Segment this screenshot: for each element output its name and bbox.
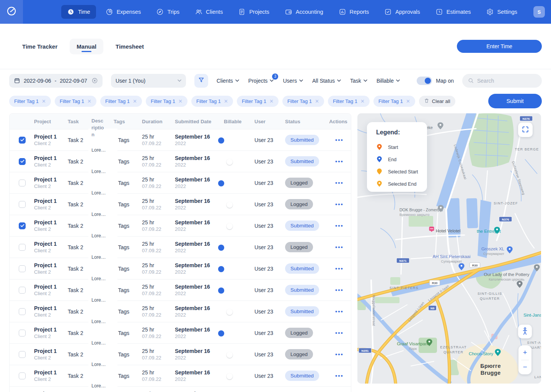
date-range-picker[interactable]: 2022-09-06 - 2022-09-07 [9, 74, 103, 88]
nav-item-expenses[interactable]: Expenses [100, 5, 147, 19]
row-actions-button[interactable]: ••• [327, 201, 352, 207]
remove-tag-icon[interactable]: ✕ [315, 98, 319, 104]
user-select[interactable]: User 1 (You) [111, 74, 186, 88]
row-actions-button[interactable]: ••• [327, 308, 352, 315]
filter-tag-chip[interactable]: Filter Tag 1✕ [373, 96, 415, 107]
nav-item-reports[interactable]: Reports [333, 5, 375, 19]
remove-tag-icon[interactable]: ✕ [269, 98, 274, 104]
remove-tag-icon[interactable]: ✕ [133, 98, 137, 104]
table-row[interactable]: Project 1Client 2 Task 2 Lore… 3 Tags 25… [10, 322, 351, 343]
nav-item-settings[interactable]: Settings [480, 5, 523, 19]
svg-text:QUARTER: QUARTER [443, 350, 463, 354]
map[interactable]: venekeN376TER BERGEDudzelese SteenwegLod… [357, 113, 541, 384]
tab-time-tracker[interactable]: Time Tracker [15, 39, 64, 54]
row-actions-button[interactable]: ••• [327, 287, 352, 293]
remove-tag-icon[interactable]: ✕ [360, 98, 365, 104]
dropdown-label: Task [350, 78, 361, 84]
search-input[interactable] [477, 78, 536, 84]
filter-dropdown-projects[interactable]: Projects3 [248, 78, 274, 84]
table-row[interactable]: Project 1Client 2 Task 2 Lore… 3 Tags 25… [10, 279, 351, 301]
nav-item-approvals[interactable]: Approvals [378, 5, 425, 19]
row-checkbox[interactable] [19, 265, 26, 272]
filter-tag-chip[interactable]: Filter Tag 1✕ [55, 96, 96, 107]
table-row[interactable]: Project 1Client 2 Task 2 Lore… 3 Tags 25… [10, 193, 351, 215]
enter-time-button[interactable]: Enter Time [457, 40, 542, 53]
row-actions-button[interactable]: ••• [327, 244, 352, 250]
filter-dropdown-users[interactable]: Users [283, 78, 303, 84]
filter-tag-chip[interactable]: Filter Tag 1✕ [328, 96, 370, 107]
clear-all-button[interactable]: Clear all [419, 96, 455, 107]
row-actions-button[interactable]: ••• [327, 372, 352, 379]
filter-funnel-button[interactable] [194, 74, 208, 88]
table-row[interactable]: Project 1Client 2 Task 2 Lore… 3 Tags 25… [10, 386, 351, 392]
table-row[interactable]: Project 1Client 2 Task 2 Lore… 3 Tags 25… [10, 258, 351, 279]
filter-dropdown-all-status[interactable]: All Status [312, 78, 341, 84]
row-actions-button[interactable]: ••• [327, 330, 352, 336]
filter-dropdown-billable[interactable]: Billable [377, 78, 400, 84]
filter-tag-chip[interactable]: Filter Tag 1✕ [100, 96, 142, 107]
nav-item-accounting[interactable]: Accounting [279, 5, 329, 19]
row-checkbox[interactable] [19, 351, 26, 358]
row-checkbox[interactable] [19, 201, 26, 208]
map-toggle[interactable] [417, 77, 432, 85]
filter-tag-chip[interactable]: Filter Tag 1✕ [282, 96, 324, 107]
row-checkbox[interactable] [19, 137, 26, 144]
zoom-in-button[interactable]: + [518, 345, 531, 360]
remove-tag-icon[interactable]: ✕ [178, 98, 183, 104]
row-checkbox[interactable] [19, 180, 26, 186]
table-row[interactable]: Project 1Client 2 Task 2 Lore… 3 Tags 25… [10, 365, 351, 386]
row-actions-button[interactable]: ••• [327, 180, 352, 186]
row-checkbox[interactable] [19, 244, 26, 251]
project-name: Project 1 [34, 134, 68, 140]
nav-item-projects[interactable]: Projects [232, 5, 275, 19]
filter-tag-chip[interactable]: Filter Tag 1✕ [9, 96, 51, 107]
remove-tag-icon[interactable]: ✕ [87, 98, 91, 104]
filter-tag-chip[interactable]: Filter Tag 1✕ [146, 96, 187, 107]
map-label: Sint-Janshi [523, 313, 541, 317]
table-row[interactable]: Project 1Client 2 Task 2 Lore… 3 Tags 25… [10, 343, 351, 365]
row-checkbox[interactable] [19, 330, 26, 336]
remove-tag-icon[interactable]: ✕ [224, 98, 228, 104]
nav-item-estimates[interactable]: Estimates [430, 5, 477, 19]
table-row[interactable]: Project 1Client 2 Task 2 Lore… 3 Tags 25… [10, 301, 351, 322]
row-checkbox[interactable] [19, 158, 26, 165]
clear-date-icon[interactable] [91, 77, 98, 84]
submitted-year: 2022 [175, 376, 224, 382]
filter-dropdown-task[interactable]: Task [350, 78, 367, 84]
submit-button[interactable]: Submit [488, 94, 542, 108]
row-actions-button[interactable]: ••• [327, 222, 352, 229]
tab-timesheet[interactable]: Timesheet [109, 39, 151, 54]
nav-item-clients[interactable]: Clients [189, 5, 228, 19]
svg-text:SINT-JOZEF: SINT-JOZEF [494, 201, 518, 205]
filter-tag-label: Filter Tag 1 [60, 98, 84, 104]
filter-tag-label: Filter Tag 1 [287, 98, 312, 104]
user-avatar[interactable]: S [533, 6, 545, 18]
row-actions-button[interactable]: ••• [327, 137, 352, 143]
row-actions-button[interactable]: ••• [327, 265, 352, 272]
nav-item-time[interactable]: Time [61, 5, 96, 19]
row-actions-button[interactable]: ••• [327, 158, 352, 165]
zoom-out-button[interactable]: − [518, 360, 531, 375]
table-row[interactable]: Project 1Client 2 Task 2 Lore… 3 Tags 25… [10, 215, 351, 236]
row-checkbox[interactable] [19, 308, 26, 315]
nav-item-trips[interactable]: Trips [150, 5, 185, 19]
filter-tag-chip[interactable]: Filter Tag 1✕ [237, 96, 279, 107]
row-actions-button[interactable]: ••• [327, 351, 352, 358]
filter-dropdown-clients[interactable]: Clients [217, 78, 239, 84]
table-row[interactable]: Project 1Client 2 Task 2 Lore… 3 Tags 25… [10, 236, 351, 258]
row-checkbox[interactable] [19, 287, 26, 294]
client-name: Client 2 [34, 162, 68, 168]
tab-manual[interactable]: Manual [70, 39, 103, 54]
row-checkbox[interactable] [19, 372, 26, 379]
table-row[interactable]: Project 1Client 2 Task 2 3 Tags 25 hr07.… [10, 129, 351, 150]
pegman-button[interactable] [518, 325, 532, 338]
remove-tag-icon[interactable]: ✕ [406, 98, 410, 104]
remove-tag-icon[interactable]: ✕ [42, 98, 46, 104]
table-row[interactable]: Project 1Client 2 Task 2 Lore… 3 Tags 25… [10, 150, 351, 172]
filter-tag-chip[interactable]: Filter Tag 1✕ [191, 96, 233, 107]
svg-text:R30: R30 [472, 264, 478, 267]
row-checkbox[interactable] [19, 222, 26, 229]
map-fullscreen-button[interactable] [518, 122, 533, 137]
table-row[interactable]: Project 1Client 2 Task 2 Lore… 3 Tags 25… [10, 172, 351, 193]
app-logo[interactable] [0, 0, 23, 24]
